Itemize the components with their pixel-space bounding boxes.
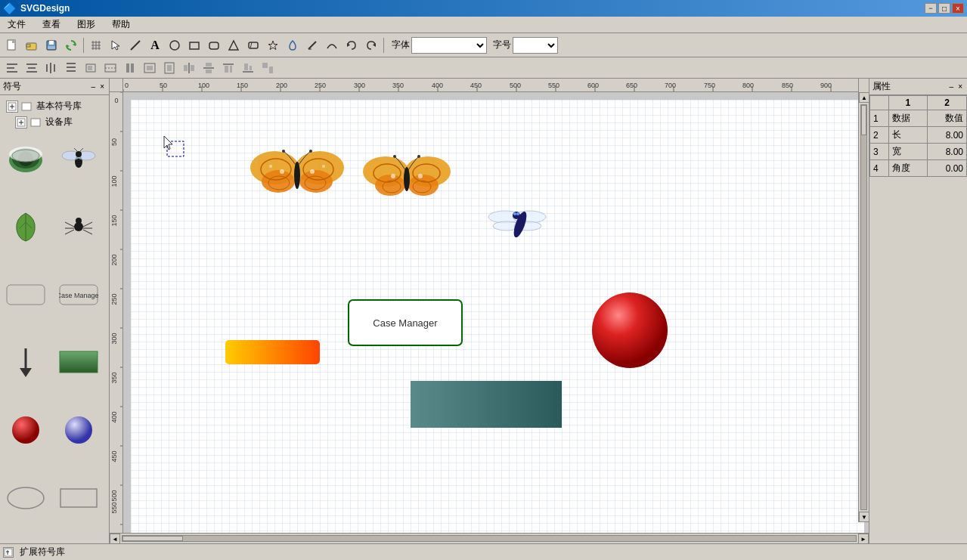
text-button[interactable]: A <box>146 36 164 54</box>
scroll-down-button[interactable]: ▼ <box>859 512 869 522</box>
align-btn-14[interactable] <box>259 60 277 76</box>
canvas-scroll[interactable]: Case Manager ▲ ▼ <box>123 92 869 533</box>
right-panel-close[interactable]: × <box>956 82 964 91</box>
symbol-eye[interactable] <box>3 136 48 181</box>
butterfly-left[interactable] <box>250 150 344 193</box>
symbol-green-rect[interactable] <box>56 339 101 385</box>
svg-text:0: 0 <box>125 82 129 89</box>
align-btn-1[interactable] <box>3 60 21 76</box>
orange-rect[interactable] <box>225 340 320 364</box>
svg-line-23 <box>308 42 316 49</box>
teal-rect[interactable] <box>411 381 562 428</box>
line-button[interactable] <box>126 36 144 54</box>
align-btn-3[interactable] <box>42 60 60 76</box>
svg-rect-46 <box>147 66 153 70</box>
align-btn-10[interactable] <box>180 60 198 76</box>
svg-rect-44 <box>131 63 134 73</box>
svg-point-182 <box>309 150 312 153</box>
align-btn-7[interactable] <box>121 60 139 76</box>
align-btn-13[interactable] <box>239 60 257 76</box>
svg-rect-6 <box>48 46 55 49</box>
scroll-thumb-v[interactable] <box>861 105 866 135</box>
svg-rect-41 <box>105 64 116 72</box>
svg-rect-35 <box>54 64 55 72</box>
font-size-select[interactable] <box>513 37 558 54</box>
right-panel-header: 属性 – × <box>869 79 967 95</box>
open-button[interactable] <box>23 36 41 54</box>
svg-text:100: 100 <box>110 175 118 187</box>
undo-button[interactable] <box>342 36 361 54</box>
symbol-red-ball[interactable] <box>3 407 48 453</box>
minimize-button[interactable]: － <box>925 3 937 14</box>
svg-point-100 <box>65 416 92 444</box>
scroll-track-h[interactable] <box>122 535 857 542</box>
scroll-thumb-h[interactable] <box>122 536 183 541</box>
hex-button[interactable] <box>244 36 262 54</box>
symbol-rect-outline[interactable] <box>56 475 101 521</box>
canvas-svg[interactable]: Case Manager <box>131 100 857 533</box>
triangle-button[interactable] <box>225 36 243 54</box>
svg-marker-97 <box>20 368 32 377</box>
menu-file[interactable]: 文件 <box>3 17 30 32</box>
refresh-button[interactable] <box>62 36 80 54</box>
align-btn-6[interactable] <box>101 60 119 76</box>
symbol-fly[interactable] <box>56 136 101 181</box>
svg-rect-66 <box>22 103 31 110</box>
symbol-spider[interactable] <box>56 204 101 249</box>
align-btn-5[interactable] <box>82 60 100 76</box>
prop-val-2: 8.00 <box>928 127 967 144</box>
star-button[interactable] <box>264 36 282 54</box>
symbol-blue-ball[interactable] <box>56 407 101 453</box>
svg-point-194 <box>393 155 396 158</box>
grid-button[interactable] <box>87 36 105 54</box>
symbol-button2[interactable]: Case Manager <box>56 272 101 317</box>
left-panel-pin[interactable]: – <box>90 82 98 91</box>
paint-button[interactable] <box>284 36 302 54</box>
pencil-button[interactable] <box>303 36 321 54</box>
scrollbar-vertical[interactable]: ▲ ▼ <box>858 92 869 522</box>
align-btn-9[interactable] <box>160 60 178 76</box>
new-button[interactable] <box>3 36 21 54</box>
svg-rect-38 <box>67 70 76 72</box>
right-panel-pin[interactable]: – <box>948 82 956 91</box>
cursor-button[interactable] <box>107 36 125 54</box>
tree-item-device[interactable]: 设备库 <box>3 114 106 130</box>
svg-rect-53 <box>206 63 212 67</box>
align-btn-2[interactable] <box>23 60 41 76</box>
scroll-track-v[interactable] <box>860 104 867 510</box>
svg-point-176 <box>280 169 284 174</box>
butterfly-right[interactable] <box>363 155 451 196</box>
rect-button[interactable] <box>185 36 203 54</box>
dragonfly[interactable] <box>488 210 546 239</box>
align-btn-4[interactable] <box>62 60 80 76</box>
font-select[interactable] <box>411 37 487 54</box>
scrollbar-horizontal[interactable]: ◄ ► <box>110 533 869 543</box>
prop-num-2: 2 <box>870 127 889 144</box>
symbol-ellipse[interactable] <box>3 475 48 521</box>
align-btn-11[interactable] <box>200 60 218 76</box>
save-button[interactable] <box>42 36 60 54</box>
prop-row-1: 1 数据 数值 <box>870 110 967 127</box>
align-btn-12[interactable] <box>219 60 237 76</box>
symbol-button1[interactable] <box>3 272 48 317</box>
tree-item-basic[interactable]: 基本符号库 <box>3 98 106 114</box>
circle-button[interactable] <box>166 36 184 54</box>
svg-text:200: 200 <box>110 254 118 265</box>
round-rect-button[interactable] <box>205 36 223 54</box>
menu-view[interactable]: 查看 <box>38 17 65 32</box>
menu-help[interactable]: 帮助 <box>107 17 135 32</box>
redo-button[interactable] <box>362 36 380 54</box>
left-panel-close[interactable]: × <box>98 82 106 91</box>
maximize-button[interactable]: □ <box>938 3 950 14</box>
ruler-vertical: 0 50 100 150 200 250 300 <box>110 92 123 533</box>
align-btn-8[interactable] <box>141 60 159 76</box>
arc-button[interactable] <box>323 36 341 54</box>
menu-shape[interactable]: 图形 <box>73 17 100 32</box>
scroll-left-button[interactable]: ◄ <box>110 534 120 543</box>
symbol-leaf[interactable] <box>3 204 48 249</box>
close-button[interactable]: × <box>952 3 964 14</box>
red-ball[interactable] <box>592 292 668 368</box>
scroll-up-button[interactable]: ▲ <box>859 92 869 103</box>
scroll-right-button[interactable]: ► <box>858 534 869 543</box>
symbol-arrow[interactable] <box>3 339 48 385</box>
